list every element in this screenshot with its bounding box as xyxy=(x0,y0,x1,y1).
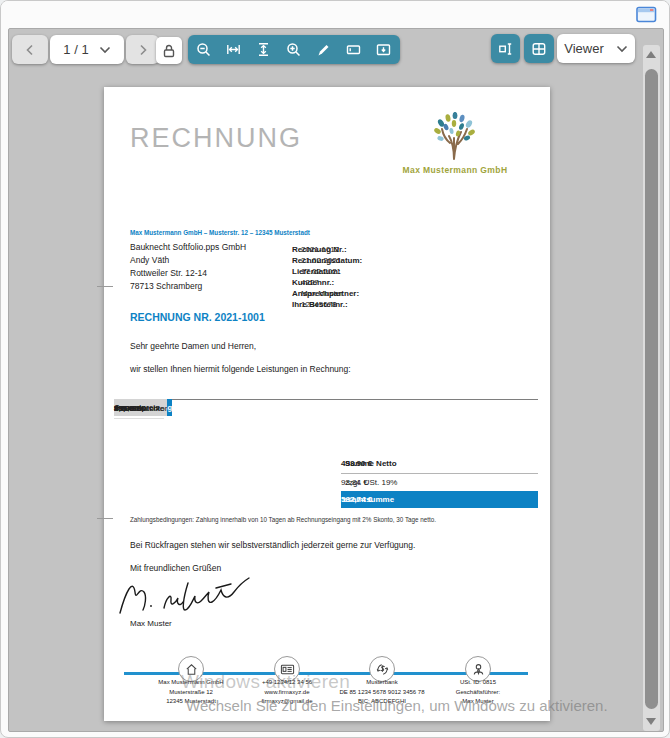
meta-row: Lieferdatum:17.02.2021 xyxy=(292,266,540,277)
window-icon[interactable] xyxy=(636,6,657,23)
grid-view-button[interactable] xyxy=(524,34,554,63)
greeting-line: Sehr geehrte Damen und Herren, xyxy=(130,341,256,351)
items-table: Pos. Beschreibung Menge Einzelpreis Raba… xyxy=(114,399,538,400)
insert-field-icon xyxy=(376,42,391,57)
meta-row: Rechnung Nr.:2021-1012 xyxy=(292,244,540,255)
text-cursor-icon xyxy=(498,41,514,57)
recipient-line: Rottweiler Str. 12-14 xyxy=(130,267,246,280)
viewer-mode-select[interactable]: Viewer xyxy=(557,34,635,63)
scroll-up-arrow[interactable] xyxy=(646,51,656,58)
chevron-left-icon xyxy=(25,44,35,56)
chevron-down-icon xyxy=(99,46,111,54)
intro-line: wir stellen Ihnen hiermit folgende Leist… xyxy=(130,364,351,374)
zoom-out-button[interactable] xyxy=(188,35,218,64)
zoom-out-icon xyxy=(196,42,211,57)
text-field-icon xyxy=(346,42,361,57)
previous-page-button[interactable] xyxy=(12,35,48,64)
scrollbar-thumb[interactable] xyxy=(645,69,658,709)
annotate-button[interactable] xyxy=(308,35,338,64)
grand-total-row: esamtsumme 587,74 € xyxy=(341,491,538,508)
logo-company-name: Max Mustermann GmbH xyxy=(393,165,517,175)
chevron-down-icon xyxy=(616,45,628,53)
closing-line: Mit freundlichen Grüßen xyxy=(130,563,221,573)
windows-activation-watermark: Windows aktivieren xyxy=(181,671,350,693)
zoom-in-icon xyxy=(286,42,301,57)
sender-line: Max Mustermann GmbH – Musterstr. 12 – 12… xyxy=(130,229,310,236)
pen-icon xyxy=(316,42,331,57)
fold-mark xyxy=(97,518,113,519)
fit-width-icon xyxy=(226,42,241,57)
meta-row: Ansprechpartner:Max Muster xyxy=(292,288,540,299)
app-window: 1 / 1 xyxy=(0,0,670,738)
tools-toolbar xyxy=(188,35,400,64)
recipient-line: Andy Väth xyxy=(130,254,246,267)
closing-line: Bei Rückfragen stehen wir selbstverständ… xyxy=(130,540,415,550)
bank-transfer-icon xyxy=(375,662,390,677)
invoice-meta: Rechnung Nr.:2021-1012 Rechnungsdatum:21… xyxy=(292,244,540,310)
lock-icon xyxy=(161,43,177,59)
document-page: RECHNUNG xyxy=(104,87,550,721)
window-titlebar xyxy=(1,1,669,28)
page-indicator: 1 / 1 xyxy=(63,42,88,57)
meta-row: Kundennr.:4227 xyxy=(292,277,540,288)
fit-width-button[interactable] xyxy=(218,35,248,64)
vat-row: zzgl. USt. 19% 93,84 € xyxy=(341,474,538,491)
zoom-in-button[interactable] xyxy=(278,35,308,64)
recipient-line: 78713 Schramberg xyxy=(130,280,246,293)
meta-row: Ihre Bestellnr.:12345678 xyxy=(292,299,540,310)
page-select[interactable]: 1 / 1 xyxy=(50,35,124,64)
meta-row: Rechnungsdatum:21.02.2021 xyxy=(292,255,540,266)
scroll-down-arrow[interactable] xyxy=(646,718,656,725)
chevron-right-icon xyxy=(138,44,148,56)
tree-logo-icon xyxy=(427,112,483,160)
fit-height-icon xyxy=(256,42,271,57)
viewer-mode-label: Viewer xyxy=(564,41,604,56)
text-cursor-button[interactable] xyxy=(491,34,520,63)
table-cell: 455,90 € xyxy=(114,399,153,418)
payment-terms: Zahlungsbedingungen: Zahlung innerhalb v… xyxy=(130,516,436,523)
grid-view-icon xyxy=(531,41,547,57)
next-page-button[interactable] xyxy=(126,35,159,64)
recipient-line: Bauknecht Softfolio.pps GmbH xyxy=(130,241,246,254)
viewer-workspace: 1 / 1 xyxy=(8,28,664,732)
windows-activation-watermark-subtext: Wechseln Sie zu den Einstellungen, um Wi… xyxy=(186,697,608,714)
net-total-row: Summe Netto 493.90 € xyxy=(341,453,538,474)
fit-height-button[interactable] xyxy=(248,35,278,64)
document-title: RECHNUNG xyxy=(130,123,302,154)
insert-field-button[interactable] xyxy=(368,35,398,64)
signature-image xyxy=(112,575,322,621)
vertical-scrollbar[interactable] xyxy=(643,45,660,731)
recipient-address: Bauknecht Softfolio.pps GmbH Andy Väth R… xyxy=(130,241,246,293)
totals-block: Summe Netto 493.90 € zzgl. USt. 19% 93,8… xyxy=(341,453,538,508)
fold-mark xyxy=(97,286,113,287)
company-logo: Max Mustermann GmbH xyxy=(393,112,517,175)
text-field-button[interactable] xyxy=(338,35,368,64)
signature-name: Max Muster xyxy=(130,619,172,628)
person-icon xyxy=(471,662,486,677)
lock-button[interactable] xyxy=(156,37,182,64)
invoice-heading: RECHNUNG NR. 2021-1001 xyxy=(130,311,265,323)
